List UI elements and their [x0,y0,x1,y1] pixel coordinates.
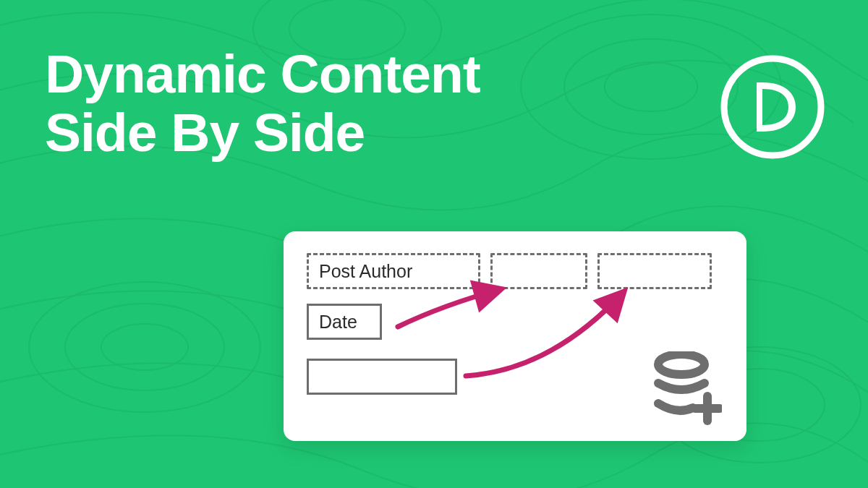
dashed-slot-middle [490,253,587,289]
title-line-1: Dynamic Content [45,43,480,104]
divi-logo-icon [719,53,826,160]
slot-label: Post Author [319,261,412,282]
dashed-slot-post-author: Post Author [307,253,480,289]
solid-box-date: Date [307,304,382,340]
page-title: Dynamic Content Side By Side [45,45,480,162]
page-content: Dynamic Content Side By Side Post Author… [0,0,868,488]
svg-point-10 [724,59,821,155]
svg-point-11 [658,354,705,374]
dashed-slot-row: Post Author [307,253,723,289]
database-plus-icon [641,351,722,425]
title-line-2: Side By Side [45,102,365,163]
illustration-card: Post Author Date [284,231,746,441]
solid-box-empty [307,359,457,395]
box-label: Date [319,312,357,333]
dashed-slot-right [597,253,712,289]
